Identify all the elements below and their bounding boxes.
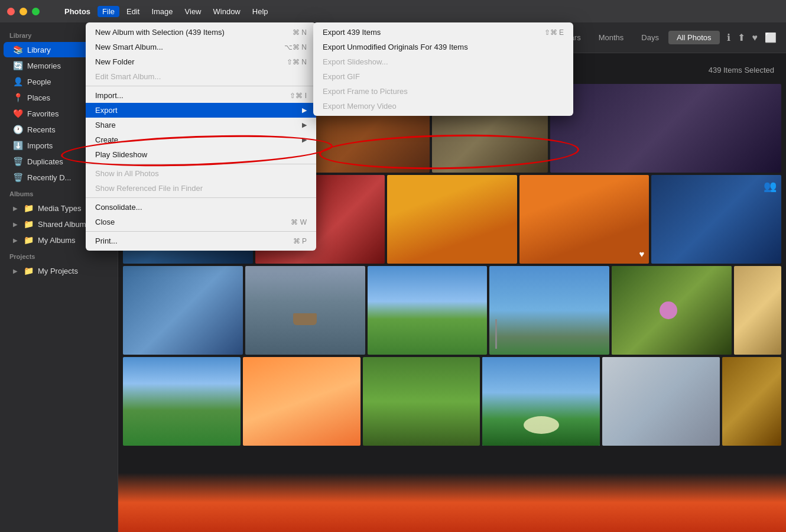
menu-label: Edit Smart Album... <box>95 72 161 81</box>
photo-cell[interactable] <box>123 357 241 446</box>
shortcut: ⌘ N <box>293 28 307 37</box>
menu-import[interactable]: Import... ⇧⌘ I <box>86 88 316 103</box>
menu-export[interactable]: Export ▶ <box>86 103 316 118</box>
menu-separator <box>86 86 316 86</box>
photo-cell[interactable] <box>368 266 488 355</box>
menu-window[interactable]: Window <box>209 6 245 17</box>
photo-cell[interactable] <box>243 357 360 446</box>
photo-cell[interactable] <box>550 84 781 173</box>
menu-file[interactable]: File <box>98 6 119 17</box>
menu-close[interactable]: Close ⌘ W <box>86 215 316 229</box>
memories-icon: 🔄 <box>13 61 22 70</box>
menu-export-unmodified[interactable]: Export Unmodified Originals For 439 Item… <box>313 40 573 54</box>
expand-icon: ▶ <box>13 221 18 228</box>
menu-label: Show Referenced File in Finder <box>95 184 203 193</box>
photo-cell[interactable] <box>489 266 609 355</box>
menu-consolidate[interactable]: Consolidate... <box>86 200 316 215</box>
submenu-arrow-icon: ▶ <box>302 136 307 144</box>
menu-label: Export <box>95 106 118 115</box>
photo-cell[interactable] <box>482 357 600 446</box>
tab-months[interactable]: Months <box>590 31 632 44</box>
menu-label: Export 439 Items <box>323 28 381 37</box>
view-tabs: Years Months Days All Photos <box>553 31 720 44</box>
menu-help[interactable]: Help <box>248 6 273 17</box>
close-button[interactable] <box>7 8 15 15</box>
file-menu-dropdown: New Album with Selection (439 Items) ⌘ N… <box>86 22 316 251</box>
sidebar-item-label: People <box>27 77 51 86</box>
photo-cell[interactable] <box>245 266 365 355</box>
menu-separator <box>86 164 316 164</box>
export-submenu: Export 439 Items ⇧⌘ E Export Unmodified … <box>313 22 573 116</box>
info-icon[interactable]: ℹ <box>727 32 730 43</box>
menu-separator <box>86 197 316 198</box>
shared-albums-icon: 📁 <box>24 219 33 229</box>
shortcut: ⇧⌘ I <box>290 92 307 100</box>
menu-view[interactable]: View <box>180 6 206 17</box>
menu-image[interactable]: Image <box>147 6 177 17</box>
photo-cell[interactable] <box>602 357 720 446</box>
menu-label: Print... <box>95 236 118 245</box>
photo-cell[interactable] <box>722 357 781 446</box>
menu-label: Create <box>95 135 118 144</box>
expand-icon: ▶ <box>13 268 18 274</box>
menu-label: Export Slideshow... <box>323 57 388 66</box>
my-projects-icon: 📁 <box>24 266 33 275</box>
sidebar-item-label: Recently D... <box>27 173 71 182</box>
menu-show-all-photos: Show in All Photos <box>86 166 316 181</box>
menu-create[interactable]: Create ▶ <box>86 132 316 147</box>
duplicates-icon: 🗑️ <box>13 157 22 166</box>
photo-cell[interactable] <box>387 175 517 264</box>
menu-export-memory: Export Memory Video <box>313 99 573 113</box>
sidebar-item-label: Recents <box>27 125 56 134</box>
expand-icon: ▶ <box>13 237 18 244</box>
shortcut: ⌘ W <box>291 218 307 226</box>
apple-logo-icon[interactable] <box>46 10 57 12</box>
menu-label: Consolidate... <box>95 203 142 212</box>
sidebar-item-label: My Projects <box>38 267 78 275</box>
traffic-lights <box>0 8 40 15</box>
photo-cell[interactable]: 👥 <box>651 175 781 264</box>
menu-label: New Folder <box>95 57 134 66</box>
menu-new-album[interactable]: New Album with Selection (439 Items) ⌘ N <box>86 25 316 40</box>
photo-cell[interactable] <box>123 266 243 355</box>
favorites-icon: ❤️ <box>13 109 22 118</box>
menu-new-folder[interactable]: New Folder ⇧⌘ N <box>86 54 316 69</box>
menu-bar: Photos File Edit Image View Window Help <box>40 0 273 22</box>
sidebar-item-label: Memories <box>27 61 61 70</box>
menu-edit[interactable]: Edit <box>122 6 144 17</box>
menu-export-slideshow: Export Slideshow... <box>313 54 573 69</box>
menu-new-smart-album[interactable]: New Smart Album... ⌥⌘ N <box>86 40 316 54</box>
menu-show-finder: Show Referenced File in Finder <box>86 181 316 196</box>
photo-row <box>123 266 781 355</box>
maximize-button[interactable] <box>32 8 40 15</box>
menu-edit-smart-album: Edit Smart Album... <box>86 69 316 84</box>
sidebar-item-label: Library <box>27 46 51 54</box>
sidebar-item-my-projects[interactable]: ▶ 📁 My Projects <box>4 263 114 278</box>
imports-icon: ⬇️ <box>13 141 22 150</box>
places-icon: 📍 <box>13 93 22 102</box>
menu-label: Play Slideshow <box>95 150 147 159</box>
app-title[interactable]: Photos <box>60 6 95 17</box>
menu-export-items[interactable]: Export 439 Items ⇧⌘ E <box>313 25 573 40</box>
tab-all-photos[interactable]: All Photos <box>668 31 720 44</box>
shortcut: ⇧⌘ E <box>544 28 564 37</box>
tab-days[interactable]: Days <box>633 31 667 44</box>
menu-play-slideshow[interactable]: Play Slideshow <box>86 147 316 162</box>
library-icon: 📚 <box>13 45 22 54</box>
photo-cell[interactable] <box>734 266 781 355</box>
slideshow-icon[interactable]: ⬜ <box>765 32 777 43</box>
submenu-arrow-icon: ▶ <box>302 121 307 129</box>
photo-cell[interactable] <box>612 266 732 355</box>
share-icon[interactable]: ⬆ <box>738 32 745 43</box>
sidebar-item-label: My Albums <box>38 236 76 245</box>
shortcut: ⇧⌘ N <box>287 58 307 66</box>
heart-badge-icon: ♥ <box>639 249 644 259</box>
menu-export-gif: Export GIF <box>313 69 573 84</box>
photo-cell[interactable]: ♥ <box>519 175 649 264</box>
menu-share[interactable]: Share ▶ <box>86 118 316 132</box>
heart-icon[interactable]: ♥ <box>752 33 758 43</box>
menu-print[interactable]: Print... ⌘ P <box>86 233 316 248</box>
photo-row <box>123 357 781 446</box>
photo-cell[interactable] <box>363 357 480 446</box>
minimize-button[interactable] <box>20 8 27 15</box>
